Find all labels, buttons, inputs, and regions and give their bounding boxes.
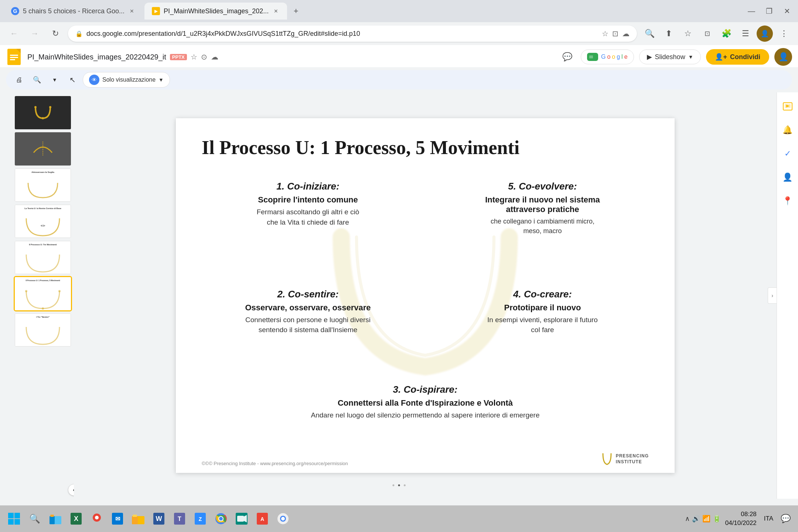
maps-icon: [91, 513, 102, 525]
network-icon[interactable]: 📶: [702, 515, 710, 523]
tab1-title: 5 chairs 5 choices - Ricerca Goo...: [23, 7, 125, 15]
taskbar-zoom[interactable]: Z: [191, 509, 210, 528]
minimize-button[interactable]: —: [744, 4, 759, 18]
taskbar-teams[interactable]: T: [170, 509, 189, 528]
star-title-icon[interactable]: ☆: [191, 52, 197, 61]
sidebar-button[interactable]: ☰: [737, 25, 754, 42]
thumb7-u: [15, 179, 71, 201]
zoom-dropdown[interactable]: ▼: [47, 72, 62, 87]
right-collapse-button[interactable]: ›: [768, 287, 777, 304]
panel-collapse-button[interactable]: ‹: [68, 484, 74, 496]
svg-rect-35: [133, 515, 137, 517]
svg-point-14: [58, 290, 61, 292]
back-button[interactable]: ←: [6, 25, 22, 42]
speaker-icon[interactable]: 🔊: [692, 515, 700, 523]
taskbar: 🔍 X ✉ W: [0, 505, 798, 532]
puzzle-button[interactable]: 🧩: [718, 25, 734, 42]
user-avatar[interactable]: 👤: [774, 48, 792, 66]
sidebar-notifications-icon[interactable]: 🔔: [780, 122, 796, 138]
slide-thumb-9[interactable]: 9 Il Processo U: Tre Movimenti: [3, 241, 71, 274]
view-mode-button[interactable]: 👁 Solo visualizzazione ▼: [83, 72, 170, 88]
refresh-button[interactable]: ↻: [47, 25, 64, 42]
svg-text:Z: Z: [199, 516, 202, 522]
taskbar-time-date[interactable]: 08:28 04/10/2022: [725, 510, 757, 528]
taskbar-notification[interactable]: 💬: [781, 514, 791, 524]
taskbar-chrome2[interactable]: [273, 509, 293, 528]
taskbar-search-button[interactable]: 🔍: [25, 509, 44, 528]
close-button[interactable]: ✕: [780, 4, 794, 18]
taskbar-explorer[interactable]: [46, 509, 65, 528]
new-tab-button[interactable]: +: [289, 4, 303, 18]
movement-5-title: 5. Co-evolvere:: [436, 181, 649, 192]
movement-3-subtitle: Connettersi alla Fonte d'Ispirazione e V…: [202, 398, 649, 408]
tab1-close[interactable]: ✕: [128, 7, 136, 15]
forward-button[interactable]: →: [27, 25, 43, 42]
person-add-icon: 👤+: [715, 53, 727, 61]
cast-icon[interactable]: ⊡: [612, 29, 618, 38]
windows-icon: [7, 512, 21, 525]
svg-marker-6: [594, 54, 597, 60]
slide-thumb-8[interactable]: 8 La Teoria U: la Nostra Cornice di Base…: [3, 205, 71, 238]
menu-button[interactable]: ⋮: [776, 25, 792, 42]
sidebar-maps-icon[interactable]: 📍: [780, 193, 796, 209]
slide-thumb-11[interactable]: 11 I Tre "Nemici": [3, 313, 71, 347]
slide-thumb-6[interactable]: 6: [3, 132, 71, 166]
zoom-button[interactable]: 🔍: [30, 72, 44, 87]
history-icon[interactable]: ⊙: [201, 52, 207, 61]
thumb9-u: [15, 252, 71, 274]
right-sidebar: 🔔 ✓ 👤 📍: [777, 92, 798, 499]
svg-rect-34: [132, 516, 138, 524]
slide-thumb-5[interactable]: 5: [3, 96, 71, 129]
battery-icon[interactable]: 🔋: [713, 515, 721, 523]
maximize-button[interactable]: ❐: [762, 4, 777, 18]
nav-bar: ← → ↻ 🔒 docs.google.com/presentation/d/1…: [0, 22, 798, 45]
tab2-close[interactable]: ✕: [272, 7, 280, 15]
taskbar-meet[interactable]: [232, 509, 251, 528]
taskbar-chrome[interactable]: [211, 509, 231, 528]
taskbar-maps[interactable]: [87, 509, 106, 528]
movement-2-desc: Connettersi con persone e luoghi diversi…: [202, 315, 414, 335]
star-icon[interactable]: ☆: [602, 29, 608, 38]
taskbar-folder[interactable]: [129, 509, 148, 528]
cast-button[interactable]: ⊡: [699, 25, 715, 42]
sidebar-slides-icon[interactable]: [780, 98, 796, 115]
slideshow-chevron[interactable]: ▼: [688, 54, 693, 60]
svg-text:W: W: [156, 515, 162, 522]
cloud-sync-icon[interactable]: ☁: [211, 52, 218, 61]
address-bar[interactable]: 🔒 docs.google.com/presentation/d/1_u2R3j…: [68, 25, 637, 42]
tab2-title: PI_MainWhiteSlides_images_202...: [164, 7, 269, 15]
cursor-button[interactable]: ↖: [65, 72, 80, 87]
slide-thumb-7[interactable]: 7 Attraversare la Soglia: [3, 168, 71, 202]
tab-2[interactable]: ▶ PI_MainWhiteSlides_images_202... ✕: [144, 3, 287, 20]
svg-text:◀ ▶: ◀ ▶: [40, 224, 46, 227]
taskbar-time: 08:28: [725, 510, 757, 519]
share-button[interactable]: 👤+ Condividi: [706, 49, 769, 65]
sidebar-contacts-icon[interactable]: 👤: [780, 169, 796, 185]
system-tray-arrow[interactable]: ∧: [685, 515, 690, 523]
comment-button[interactable]: 💬: [559, 49, 576, 65]
print-button[interactable]: 🖨: [12, 72, 27, 87]
taskbar-pdf[interactable]: A: [253, 509, 272, 528]
taskbar-word[interactable]: W: [149, 509, 168, 528]
search-button[interactable]: 🔍: [641, 25, 658, 42]
slide-footer: ©©© Presencing Institute - www.presencin…: [202, 452, 649, 466]
profile-avatar[interactable]: 👤: [757, 25, 773, 42]
share-nav-button[interactable]: ⬆: [661, 25, 677, 42]
slide-thumb-10[interactable]: 10 Il Processo U: 1 Processo, 5 Moviment…: [3, 277, 71, 310]
print-icon: 🖨: [16, 76, 23, 84]
movement-5-desc: che collegano i cambiamenti micro, meso,…: [436, 216, 649, 236]
slide-canvas-area: ● ● ● Il Processo U: 1 Processo, 5 Movim…: [74, 92, 777, 499]
svg-rect-20: [14, 513, 20, 518]
movement-3-desc: Andare nel luogo del silenzio permettend…: [202, 410, 649, 420]
taskbar-excel[interactable]: X: [66, 509, 86, 528]
slideshow-button[interactable]: ▶ Slideshow ▼: [639, 50, 701, 64]
tab-1[interactable]: G 5 chairs 5 choices - Ricerca Goo... ✕: [4, 3, 143, 20]
view-mode-chevron: ▼: [158, 77, 164, 83]
taskbar-outlook[interactable]: ✉: [108, 509, 127, 528]
start-button[interactable]: [4, 509, 24, 528]
tab-bar: G 5 chairs 5 choices - Ricerca Goo... ✕ …: [0, 0, 798, 22]
bookmark-button[interactable]: ☆: [680, 25, 696, 42]
cloud-icon[interactable]: ☁: [622, 29, 630, 38]
sidebar-tasks-icon[interactable]: ✓: [780, 146, 796, 162]
meet-button[interactable]: Google: [581, 50, 634, 64]
